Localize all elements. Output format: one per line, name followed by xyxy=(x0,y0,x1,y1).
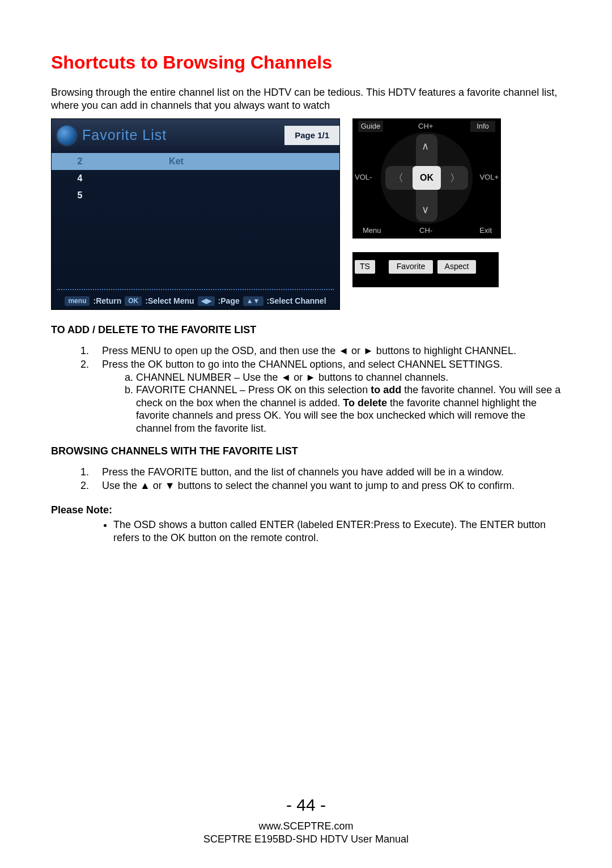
footer-url: www.SCEPTRE.com xyxy=(0,820,612,833)
osd-row-num: 5 xyxy=(52,190,108,201)
osd-page-indicator: Page 1/1 xyxy=(284,126,339,146)
arrow-down-icon[interactable]: ∨ xyxy=(422,203,429,216)
ch-plus-label: CH+ xyxy=(418,122,433,131)
list-item: Press MENU to open up the OSD, and then … xyxy=(92,344,561,358)
ok-chip-icon: OK xyxy=(125,296,142,306)
bold-text: to add xyxy=(371,384,401,395)
osd-row[interactable]: 4 xyxy=(52,170,339,187)
vol-minus-label: VOL- xyxy=(355,173,372,182)
page-number: - 44 - xyxy=(0,794,612,816)
osd-select-channel-label: :Select Channel xyxy=(267,296,326,307)
page-heading: Shortcuts to Browsing Channels xyxy=(51,51,561,74)
footer-manual: SCEPTRE E195BD-SHD HDTV User Manual xyxy=(0,833,612,846)
arrow-up-icon[interactable]: ∧ xyxy=(422,140,429,153)
osd-row-selected[interactable]: 2 Ket xyxy=(52,153,339,170)
figures-row: Favorite List Page 1/1 2 Ket 4 5 menu :R… xyxy=(51,118,561,310)
osd-row-num: 4 xyxy=(52,173,108,184)
osd-select-menu-label: :Select Menu xyxy=(145,296,194,307)
vol-plus-label: VOL+ xyxy=(479,173,499,182)
guide-button[interactable]: Guide xyxy=(358,121,383,132)
osd-row[interactable]: 5 xyxy=(52,187,339,204)
favorite-button[interactable]: Favorite xyxy=(389,260,433,274)
osd-favorite-list: Favorite List Page 1/1 2 Ket 4 5 menu :R… xyxy=(51,118,340,310)
osd-header: Favorite List Page 1/1 xyxy=(52,119,339,152)
step2-text: Press the OK button to go into the CHANN… xyxy=(102,359,503,370)
osd-title: Favorite List xyxy=(82,126,284,144)
ch-minus-label: CH- xyxy=(419,226,432,235)
add-section-title: TO ADD / DELETE TO THE FAVORITE LIST xyxy=(51,324,561,337)
page-footer: - 44 - www.SCEPTRE.com SCEPTRE E195BD-SH… xyxy=(0,794,612,846)
menu-label: Menu xyxy=(363,226,381,235)
osd-return-label: :Return xyxy=(93,296,121,307)
osd-rows: 2 Ket 4 5 xyxy=(52,152,339,204)
remote-column: Guide CH+ Info VOL- VOL+ ∧ ∨ 〈 〉 OK Menu… xyxy=(352,118,501,287)
list-item: FAVORITE CHANNEL – Press OK on this sele… xyxy=(136,384,561,435)
ts-button[interactable]: TS xyxy=(355,260,375,274)
osd-divider xyxy=(57,289,334,290)
text: FAVORITE CHANNEL – Press OK on this sele… xyxy=(136,384,371,395)
add-section-list: Press MENU to open up the OSD, and then … xyxy=(92,344,561,435)
bold-text: To delete xyxy=(343,397,387,409)
remote-lower-row: TS Favorite Aspect xyxy=(352,252,501,287)
browse-section-list: Press the FAVORITE button, and the list … xyxy=(92,466,561,492)
add-sublist: CHANNEL NUMBER – Use the ◄ or ► buttons … xyxy=(136,371,561,435)
list-item: Press the OK button to go into the CHANN… xyxy=(92,358,561,435)
list-item: CHANNEL NUMBER – Use the ◄ or ► buttons … xyxy=(136,371,561,384)
pg-chip-icon: ◀▶ xyxy=(198,296,215,306)
note-list: The OSD shows a button called ENTER (lab… xyxy=(113,518,561,544)
list-item: Use the ▲ or ▼ buttons to select the cha… xyxy=(92,479,561,492)
browse-section-title: BROWSING CHANNELS WITH THE FAVORITE LIST xyxy=(51,445,561,458)
osd-footer: menu :Return OK :Select Menu ◀▶ :Page ▲▼… xyxy=(52,296,339,307)
osd-row-num: 2 xyxy=(52,156,108,167)
osd-page-label: :Page xyxy=(218,296,240,307)
remote-dpad-area: Guide CH+ Info VOL- VOL+ ∧ ∨ 〈 〉 OK Menu… xyxy=(352,118,501,239)
please-note-label: Please Note: xyxy=(51,504,561,517)
ok-button[interactable]: OK xyxy=(413,166,441,190)
arrow-right-icon[interactable]: 〉 xyxy=(450,172,460,185)
intro-text: Browsing through the entire channel list… xyxy=(51,86,561,112)
nav-chip-icon: ▲▼ xyxy=(243,296,264,306)
list-item: The OSD shows a button called ENTER (lab… xyxy=(113,518,561,544)
osd-row-label: Ket xyxy=(108,156,244,167)
info-button[interactable]: Info xyxy=(470,121,495,132)
globe-icon xyxy=(56,125,78,146)
exit-label: Exit xyxy=(479,226,492,235)
arrow-left-icon[interactable]: 〈 xyxy=(393,172,403,185)
aspect-button[interactable]: Aspect xyxy=(437,260,476,274)
menu-chip-icon: menu xyxy=(65,296,90,306)
list-item: Press the FAVORITE button, and the list … xyxy=(92,466,561,479)
